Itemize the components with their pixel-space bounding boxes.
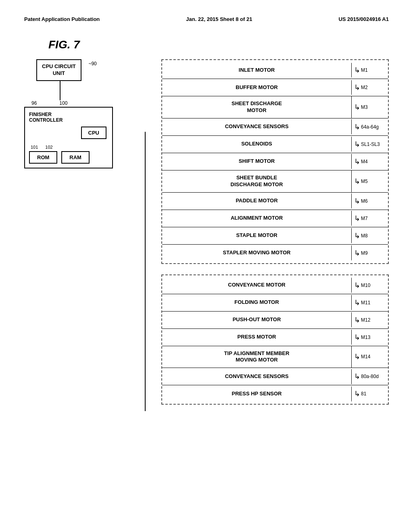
- header: Patent Application Publication Jan. 22, …: [24, 16, 389, 22]
- label-96: 96: [31, 100, 37, 106]
- component-name: FOLDING MOTOR: [162, 295, 352, 310]
- rom-ram-row: ROM RAM: [29, 151, 108, 164]
- component-row: CONVEYANCE MOTOR↳M10: [162, 277, 388, 294]
- component-name: PUSH-OUT MOTOR: [162, 312, 352, 327]
- group2: CONVEYANCE MOTOR↳M10FOLDING MOTOR↳M11PUS…: [161, 274, 389, 405]
- component-name: BUFFER MOTOR: [162, 80, 352, 95]
- rom-label: ROM: [37, 154, 49, 160]
- vline-cpu: [60, 81, 60, 100]
- component-name: INLET MOTOR: [162, 63, 352, 78]
- header-right: US 2015/0024916 A1: [338, 16, 389, 22]
- vline-main: [145, 132, 146, 411]
- component-row: ALIGNMENT MOTOR↳M7: [162, 210, 388, 227]
- component-row: TIP ALIGNMENT MEMBERMOVING MOTOR↳M14: [162, 346, 388, 368]
- cpu-inner-box: CPU: [81, 127, 106, 139]
- diagram: CPU CIRCUITUNIT ~90 96 100 FINISHERCONTR…: [24, 59, 389, 411]
- labels-101-102: 101 102: [31, 145, 108, 150]
- component-ref: ↳M14: [352, 348, 388, 365]
- component-name: CONVEYANCE MOTOR: [162, 278, 352, 293]
- component-name: PRESS HP SENSOR: [162, 387, 352, 401]
- component-row: CONVEYANCE SENSORS↳80a-80d: [162, 368, 388, 385]
- component-ref: ↳M9: [352, 245, 388, 262]
- component-ref: ↳SL1-SL3: [352, 136, 388, 153]
- component-name: PRESS MOTOR: [162, 330, 352, 345]
- component-row: CONVEYANCE SENSORS↳64a-64g: [162, 118, 388, 135]
- component-name: STAPLE MOTOR: [162, 228, 352, 243]
- component-name: TIP ALIGNMENT MEMBERMOVING MOTOR: [162, 346, 352, 368]
- component-row: INLET MOTOR↳M1: [162, 62, 388, 79]
- header-center: Jan. 22, 2015 Sheet 8 of 21: [186, 16, 252, 22]
- component-row: STAPLER MOVING MOTOR↳M9: [162, 244, 388, 262]
- component-name: SOLENOIDS: [162, 137, 352, 152]
- component-ref: ↳64a-64g: [352, 118, 388, 135]
- fig-label: FIG. 7: [48, 38, 389, 51]
- component-ref: ↳M10: [352, 277, 388, 294]
- component-ref: ↳M2: [352, 79, 388, 96]
- component-ref: ↳M3: [352, 99, 388, 116]
- component-row: SHEET BUNDLEDISCHARGE MOTOR↳M5: [162, 170, 388, 192]
- cpu-inner-label: CPU: [88, 130, 99, 136]
- left-panel: CPU CIRCUITUNIT ~90 96 100 FINISHERCONTR…: [24, 59, 137, 168]
- header-left: Patent Application Publication: [24, 16, 100, 22]
- component-ref: ↳M1: [352, 62, 388, 79]
- rom-box: ROM: [29, 151, 57, 164]
- component-row: FOLDING MOTOR↳M11: [162, 294, 388, 311]
- connector: [137, 132, 153, 411]
- label-102: 102: [45, 145, 52, 150]
- component-ref: ↳M8: [352, 227, 388, 244]
- component-name: CONVEYANCE SENSORS: [162, 369, 352, 384]
- component-row: PRESS HP SENSOR↳81: [162, 385, 388, 402]
- ram-label: RAM: [69, 154, 81, 160]
- component-row: PADDLE MOTOR↳M6: [162, 192, 388, 210]
- component-name: SHIFT MOTOR: [162, 154, 352, 169]
- component-row: BUFFER MOTOR↳M2: [162, 79, 388, 96]
- component-row: SOLENOIDS↳SL1-SL3: [162, 135, 388, 153]
- component-ref: ↳M5: [352, 173, 388, 190]
- component-row: SHIFT MOTOR↳M4: [162, 153, 388, 170]
- right-panel: INLET MOTOR↳M1BUFFER MOTOR↳M2SHEET DISCH…: [161, 59, 389, 411]
- component-name: SHEET BUNDLEDISCHARGE MOTOR: [162, 170, 352, 192]
- component-name: ALIGNMENT MOTOR: [162, 211, 352, 226]
- group1: INLET MOTOR↳M1BUFFER MOTOR↳M2SHEET DISCH…: [161, 59, 389, 264]
- component-row: STAPLE MOTOR↳M8: [162, 227, 388, 244]
- ref-90: ~90: [88, 61, 96, 66]
- finisher-controller-box: FINISHERCONTROLLER CPU 101 102 ROM: [24, 107, 113, 168]
- cpu-circuit-label: CPU CIRCUITUNIT: [42, 63, 76, 76]
- page: Patent Application Publication Jan. 22, …: [0, 0, 413, 532]
- component-ref: ↳81: [352, 385, 388, 402]
- component-row: PRESS MOTOR↳M13: [162, 328, 388, 346]
- component-ref: ↳M13: [352, 329, 388, 346]
- component-ref: ↳M12: [352, 312, 388, 328]
- component-ref: ↳M4: [352, 153, 388, 170]
- labels-96-100: 96 100: [31, 100, 137, 106]
- label-100: 100: [59, 100, 67, 106]
- component-ref: ↳80a-80d: [352, 368, 388, 385]
- component-row: SHEET DISCHARGEMOTOR↳M3: [162, 96, 388, 118]
- component-name: STAPLER MOVING MOTOR: [162, 245, 352, 260]
- component-row: PUSH-OUT MOTOR↳M12: [162, 311, 388, 328]
- component-name: SHEET DISCHARGEMOTOR: [162, 96, 352, 118]
- component-name: PADDLE MOTOR: [162, 193, 352, 208]
- component-name: CONVEYANCE SENSORS: [162, 119, 352, 134]
- label-101: 101: [31, 145, 38, 150]
- component-ref: ↳M11: [352, 294, 388, 311]
- cpu-circuit-box: CPU CIRCUITUNIT: [36, 59, 81, 81]
- component-ref: ↳M6: [352, 193, 388, 210]
- component-ref: ↳M7: [352, 210, 388, 227]
- ram-box: RAM: [61, 151, 90, 164]
- finisher-label: FINISHERCONTROLLER: [29, 112, 108, 123]
